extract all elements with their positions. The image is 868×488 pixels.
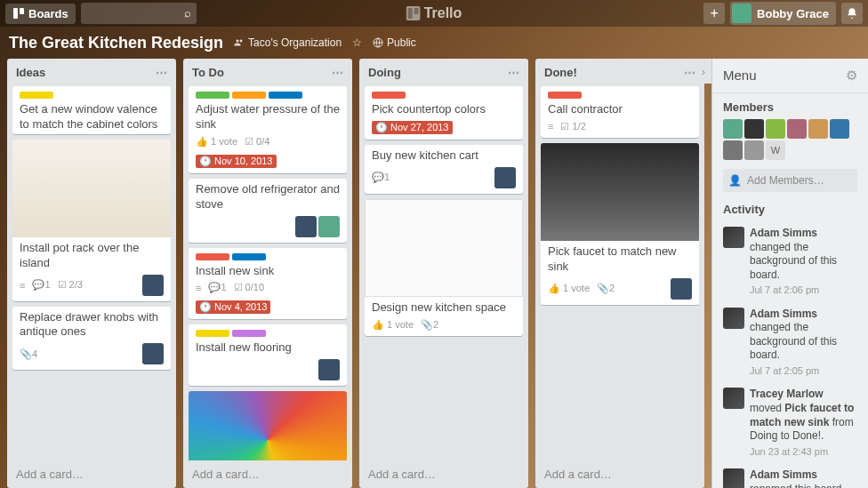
comments-badge: 💬1	[208, 282, 226, 293]
card[interactable]: Replace drawer knobs with antique ones📎4	[12, 307, 171, 371]
card[interactable]: Adjust water pressure of the sink👍 1 vot…	[189, 86, 347, 173]
member-avatar[interactable]	[318, 359, 340, 380]
card-badges: 👍 1 vote📎2	[365, 317, 523, 336]
card[interactable]: Pick faucet to match new sink👍 1 vote📎2	[541, 143, 699, 305]
card-title: Install pot rack over the island	[12, 237, 171, 273]
list-menu-icon[interactable]: ⋯	[332, 66, 343, 79]
add-card-button[interactable]: Add a card…	[535, 460, 704, 488]
boards-button[interactable]: Boards	[5, 4, 76, 24]
card[interactable]: Buy paint for cabinets💬1	[189, 391, 347, 460]
label	[548, 92, 582, 99]
member-avatar[interactable]	[295, 216, 317, 237]
member-avatar[interactable]: W	[766, 140, 785, 160]
list-menu-icon[interactable]: ⋯	[508, 66, 519, 79]
activity-avatar[interactable]	[723, 468, 744, 488]
activity-avatar[interactable]	[723, 308, 744, 329]
card-cover	[189, 391, 347, 460]
description-icon: ≡	[196, 283, 201, 293]
activity-body: Adam Simms changed the background of thi…	[750, 227, 857, 297]
card[interactable]: Pick countertop colors🕐 Nov 27, 2013	[365, 86, 523, 140]
card-labels	[365, 86, 523, 99]
member-avatar[interactable]	[142, 275, 164, 296]
svg-rect-0	[13, 8, 18, 19]
member-avatar[interactable]	[318, 216, 340, 237]
list-title: To Do	[192, 66, 224, 79]
card[interactable]: Buy new kitchen cart💬1	[365, 145, 523, 194]
vote-badge: 👍 1 vote	[548, 283, 590, 294]
card-members	[295, 216, 340, 237]
member-avatar[interactable]	[766, 119, 785, 139]
card[interactable]: Remove old refrigerator and stove	[189, 179, 347, 243]
visibility-label: Public	[387, 36, 416, 49]
star-button[interactable]: ☆	[352, 36, 362, 49]
card[interactable]: Call contractor≡☑ 1/2	[541, 86, 699, 138]
card[interactable]: Install pot rack over the island≡💬1☑ 2/3	[12, 140, 171, 301]
sidebar-toggle[interactable]: ›	[695, 59, 711, 84]
list-menu-icon[interactable]: ⋯	[684, 66, 695, 79]
activity-item: Adam Simms renamed this board (from Remo…	[719, 463, 861, 488]
list-header[interactable]: Done!⋯	[535, 59, 704, 86]
member-avatar[interactable]	[830, 119, 849, 139]
board-title[interactable]: The Great Kitchen Redesign	[9, 34, 223, 52]
member-avatar[interactable]	[671, 278, 692, 300]
add-card-button[interactable]: Add a card…	[183, 460, 352, 488]
card-members	[671, 278, 692, 300]
topbar: Boards ⌕ Trello + Bobby Grace	[0, 0, 868, 27]
card-badges	[189, 214, 347, 243]
attachment-badge: 📎2	[421, 319, 438, 331]
members-row: W	[712, 119, 868, 165]
add-card-button[interactable]: Add a card…	[7, 460, 176, 488]
card-title: Call contractor	[541, 99, 699, 119]
settings-icon[interactable]: ⚙	[846, 68, 857, 84]
vote-badge: 👍 1 vote	[372, 319, 414, 331]
add-card-button[interactable]: Add a card…	[359, 460, 528, 488]
card-labels	[12, 86, 171, 99]
visibility-button[interactable]: Public	[373, 36, 416, 49]
card[interactable]: Design new kitchen space👍 1 vote📎2	[365, 199, 523, 336]
add-members-button[interactable]: 👤 Add Members…	[723, 169, 857, 192]
list-title: Done!	[544, 66, 577, 79]
logo[interactable]: Trello	[406, 5, 462, 21]
member-avatar[interactable]	[744, 119, 764, 139]
search-input[interactable]: ⌕	[81, 3, 197, 24]
activity-avatar[interactable]	[723, 388, 744, 409]
card-members	[494, 167, 516, 188]
lists-container: Ideas⋯Get a new window valence to match …	[0, 59, 711, 488]
label	[232, 253, 266, 260]
member-avatar[interactable]	[723, 140, 743, 160]
activity-item: Tracey Marlow moved Pick faucet to match…	[719, 382, 861, 463]
due-date-badge: 🕐 Nov 4, 2013	[196, 300, 270, 314]
member-avatar[interactable]	[744, 140, 764, 160]
add-members-label: Add Members…	[747, 174, 824, 187]
list-header[interactable]: To Do⋯	[183, 59, 352, 86]
list-header[interactable]: Doing⋯	[359, 59, 528, 86]
card-badges: 💬1	[365, 165, 523, 194]
card-labels	[541, 86, 699, 99]
cards-container: Get a new window valence to match the ca…	[7, 86, 176, 460]
card-title: Get a new window valence to match the ca…	[12, 99, 171, 134]
member-avatar[interactable]	[808, 119, 828, 139]
activity-body: Tracey Marlow moved Pick faucet to match…	[750, 388, 857, 458]
list-header[interactable]: Ideas⋯	[7, 59, 176, 86]
member-avatar[interactable]	[494, 167, 516, 188]
card[interactable]: Install new flooring	[189, 324, 347, 386]
list-menu-icon[interactable]: ⋯	[156, 66, 167, 79]
card-badges: ≡💬1☑ 0/10🕐 Nov 4, 2013	[189, 280, 347, 319]
org-link[interactable]: Taco's Organization	[234, 36, 342, 49]
card[interactable]: Get a new window valence to match the ca…	[12, 86, 171, 134]
activity-time: Jul 7 at 2:05 pm	[750, 364, 857, 377]
create-button[interactable]: +	[703, 3, 725, 24]
card[interactable]: Install new sink≡💬1☑ 0/10🕐 Nov 4, 2013	[189, 248, 347, 320]
username: Bobby Grace	[757, 7, 829, 20]
member-avatar[interactable]	[787, 119, 807, 139]
list: Ideas⋯Get a new window valence to match …	[7, 59, 176, 488]
member-avatar[interactable]	[723, 119, 743, 139]
notifications-button[interactable]	[841, 3, 863, 24]
members-title: Members	[712, 93, 868, 119]
card-title: Replace drawer knobs with antique ones	[12, 307, 171, 342]
member-avatar[interactable]	[142, 343, 164, 364]
vote-badge: 👍 1 vote	[196, 136, 237, 148]
activity-avatar[interactable]	[723, 227, 744, 248]
user-menu[interactable]: Bobby Grace	[730, 2, 836, 25]
list-title: Ideas	[16, 66, 45, 79]
